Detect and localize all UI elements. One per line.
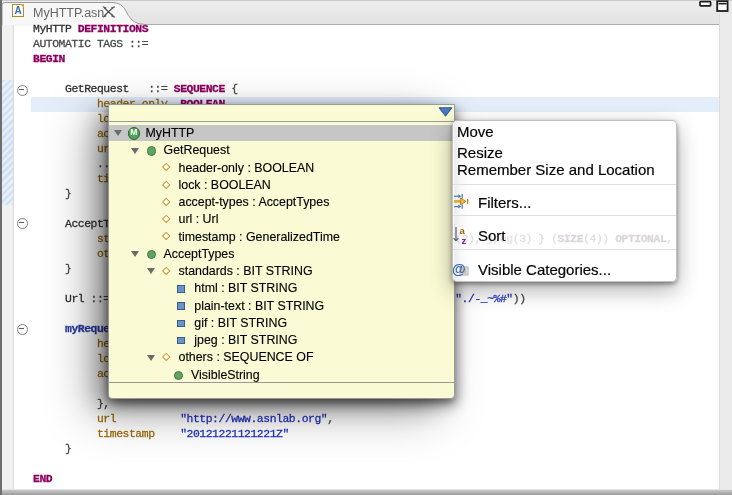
svg-text:@: @ bbox=[452, 261, 466, 277]
svg-text:z: z bbox=[462, 235, 467, 245]
